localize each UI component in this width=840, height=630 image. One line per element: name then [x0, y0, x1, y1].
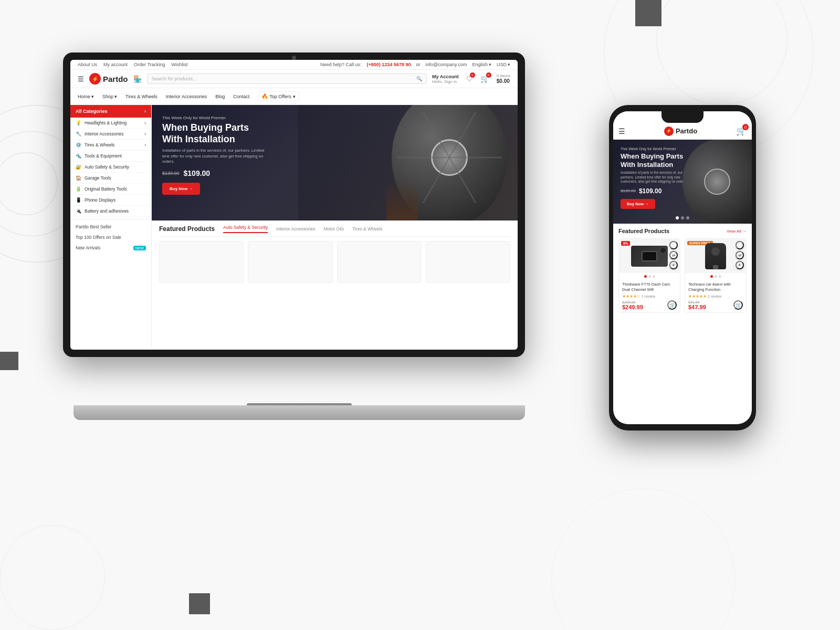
featured-title: Featured Products: [159, 225, 215, 233]
phone-screen: ☰ ⚡ Partdo 🛒 0 This Week Only for World …: [613, 111, 752, 424]
phone-product-1[interactable]: 8% ♡ ⇄ 👁: [618, 238, 680, 313]
product-2-dots: [685, 273, 746, 280]
sidebar-item-interior[interactable]: 🔧 Interior Accessories ›: [70, 129, 151, 140]
store-icon[interactable]: 🏪: [133, 75, 142, 83]
wishlist-button[interactable]: ♡ 0: [466, 75, 473, 83]
nav-top-offers[interactable]: 🔥 Top Offers ▾: [258, 91, 299, 101]
product-card-4[interactable]: [426, 241, 510, 283]
my-account-link[interactable]: My account: [103, 62, 128, 67]
product-1-add-to-cart[interactable]: 🛒: [667, 300, 677, 310]
sidebar-item-tools[interactable]: 🔩 Tools & Equipment: [70, 151, 151, 162]
email-link[interactable]: info@company.com: [425, 62, 467, 67]
sidebar-top-100[interactable]: Top 100 Offers on Sale: [70, 232, 151, 243]
sidebar-item-phone[interactable]: 📱 Phone Displays: [70, 195, 151, 206]
phone-view-all[interactable]: View All →: [727, 229, 747, 234]
product-1-wishlist[interactable]: ♡: [669, 241, 678, 249]
nav-tires[interactable]: Tires & Wheels: [125, 94, 158, 99]
phone-device: ☰ ⚡ Partdo 🛒 0 This Week Only for World …: [609, 105, 756, 430]
product-2-add-to-cart[interactable]: 🛒: [733, 300, 743, 310]
hero-price: $139.00 $109.00: [162, 169, 267, 177]
sidebar-header[interactable]: All Categories ›: [70, 105, 151, 118]
featured-section: Featured Products Auto Safety & Security…: [152, 220, 518, 287]
search-icon[interactable]: 🔍: [416, 76, 422, 81]
site-logo[interactable]: ⚡ Partdo: [89, 73, 128, 85]
sidebar-item-headlights[interactable]: 💡 Headlights & Lighting ›: [70, 118, 151, 129]
tab-motor-oils[interactable]: Motor Oils: [323, 226, 344, 232]
cart-button[interactable]: 🛒 0: [480, 75, 489, 83]
phone-logo-icon: ⚡: [664, 127, 674, 136]
language-selector[interactable]: English ▾: [472, 62, 491, 67]
phone-hero-banner: This Week Only for World Premier When Bu…: [613, 140, 752, 224]
headlights-icon: 💡: [76, 120, 81, 125]
currency-selector[interactable]: USD ▾: [497, 62, 510, 67]
phone-hero-buy-button[interactable]: Buy Now →: [621, 199, 655, 209]
product-2-wishlist[interactable]: ♡: [736, 241, 744, 249]
phone-hero-old-price: $139.00: [621, 188, 636, 193]
sidebar-item-battery-adhesives[interactable]: 🔌 Battery and adhesives: [70, 206, 151, 217]
order-tracking-link[interactable]: Order Tracking: [134, 62, 165, 67]
product-2-view[interactable]: 👁: [736, 261, 744, 269]
sidebar-tires-label: Tires & Wheels: [85, 142, 114, 148]
product-2-stars: ★★★★★ 1 review: [688, 294, 743, 299]
arrow-right-icon: ›: [144, 142, 146, 148]
hero-carousel-dots: [676, 216, 689, 219]
logo-icon: ⚡: [89, 73, 101, 85]
sidebar-item-security[interactable]: 🔐 Auto Safety & Security: [70, 162, 151, 173]
nav-contact[interactable]: Contact: [233, 94, 249, 99]
sidebar-phone-label: Phone Displays: [85, 197, 116, 203]
phone-menu-icon[interactable]: ☰: [618, 127, 625, 135]
charger-visual: [705, 243, 726, 269]
sidebar-security-label: Auto Safety & Security: [85, 164, 129, 170]
p1-dot-3: [653, 275, 655, 278]
laptop-camera: [292, 56, 296, 60]
product-2-compare[interactable]: ⇄: [736, 251, 744, 259]
product-card-1[interactable]: [159, 241, 244, 283]
account-label: My Account: [432, 74, 459, 79]
sidebar-new-arrivals[interactable]: New Arrivals NEW: [70, 243, 151, 253]
tab-interior[interactable]: Interior Accessories: [276, 226, 315, 232]
phone-outer: ☰ ⚡ Partdo 🛒 0 This Week Only for World …: [609, 105, 756, 430]
sidebar-item-battery-tools[interactable]: 🔋 Original Battery Tools: [70, 184, 151, 195]
phone-logo[interactable]: ⚡ Partdo: [664, 127, 697, 136]
interior-icon: 🔧: [76, 131, 81, 136]
product-2-name: Technaxx car Alarm with Charging Functio…: [688, 282, 743, 292]
sidebar-item-tires[interactable]: ⚙️ Tires & Wheels ›: [70, 140, 151, 151]
hero-subtitle: This Week Only for World Premier: [162, 116, 267, 120]
laptop-device: About Us My account Order Tracking Wishl…: [63, 52, 536, 420]
p1-dot-1: [644, 275, 647, 278]
hamburger-icon[interactable]: ☰: [78, 75, 84, 83]
nav-blog[interactable]: Blog: [215, 94, 225, 99]
cart-items-label: 0 Items: [497, 74, 510, 78]
phone-number: (+800) 1234 5678 90: [367, 62, 411, 67]
nav-home[interactable]: Home▾: [78, 94, 94, 99]
product-1-compare[interactable]: ⇄: [669, 251, 678, 259]
laptop-nav: Home▾ Shop▾ Tires & Wheels Interior Acce…: [70, 88, 518, 105]
about-us-link[interactable]: About Us: [78, 62, 97, 67]
battery-tools-icon: 🔋: [76, 186, 81, 192]
laptop-header: ☰ ⚡ Partdo 🏪 Search for products... 🔍 My…: [70, 70, 518, 88]
sidebar-best-seller[interactable]: Partdo Best Seller: [70, 222, 151, 232]
search-placeholder: Search for products...: [152, 76, 417, 81]
sidebar-battery-adhesives-label: Battery and adhesives: [85, 208, 129, 214]
hero-buy-button[interactable]: Buy Now →: [162, 183, 200, 195]
search-bar[interactable]: Search for products... 🔍: [147, 74, 427, 84]
my-account-header[interactable]: My Account Hello, Sign in: [432, 74, 459, 84]
product-1-view[interactable]: 👁: [669, 261, 678, 269]
sidebar-item-garage[interactable]: 🏠 Garage Tools: [70, 173, 151, 184]
hello-sign-in: Hello, Sign in: [432, 79, 459, 84]
product-card-3[interactable]: [337, 241, 422, 283]
garage-icon: 🏠: [76, 175, 81, 181]
phone-cart-button[interactable]: 🛒 0: [736, 126, 747, 136]
phone-product-2[interactable]: SUPER PRICE ♡ ⇄ 👁: [685, 238, 747, 313]
phone-featured-section: Featured Products View All → 8% ♡ ⇄ 👁: [613, 224, 752, 317]
nav-interior[interactable]: Interior Accessories: [166, 94, 207, 99]
tab-auto-safety[interactable]: Auto Safety & Security: [223, 225, 268, 233]
tab-tires[interactable]: Tires & Wheels: [352, 226, 382, 232]
product-1-actions: ♡ ⇄ 👁: [669, 241, 678, 269]
product-card-2[interactable]: [248, 241, 332, 283]
wishlist-link[interactable]: Wishlist: [172, 62, 188, 67]
tools-icon: 🔩: [76, 153, 81, 159]
or-text: or: [416, 62, 420, 67]
nav-shop[interactable]: Shop▾: [102, 94, 117, 99]
chevron-right-icon: ›: [144, 109, 146, 114]
